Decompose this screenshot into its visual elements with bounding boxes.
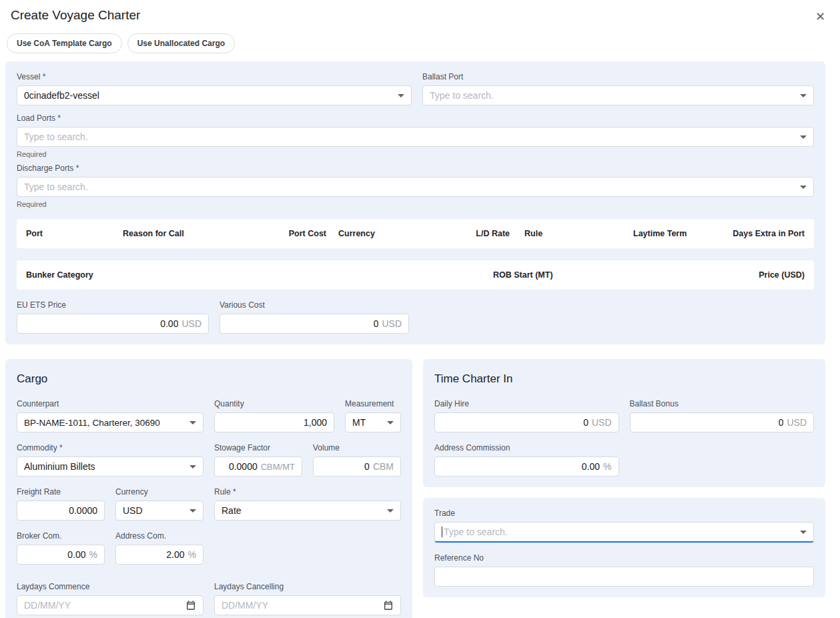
vessel-select[interactable]: 0cinadefb2-vessel xyxy=(17,85,412,105)
broker-com-field: Broker Com. 0.00 % xyxy=(17,531,105,565)
chevron-down-icon xyxy=(398,94,404,97)
time-charter-in-heading: Time Charter In xyxy=(434,372,814,386)
broker-com-value: 0.00 xyxy=(67,549,85,560)
ballast-port-input[interactable]: Type to search. xyxy=(422,85,814,105)
voyage-details-panel: Vessel * 0cinadefb2-vessel Ballast Port … xyxy=(5,61,825,344)
chevron-down-icon xyxy=(387,509,394,513)
stowage-factor-value: 0.0000 xyxy=(229,461,258,472)
address-commission-label: Address Commission xyxy=(434,443,619,452)
chevron-down-icon xyxy=(800,186,807,189)
column-header-laytime-term: Laytime Term xyxy=(603,229,730,238)
trade-label: Trade xyxy=(434,509,814,518)
volume-unit: CBM xyxy=(373,461,394,472)
counterpart-label: Counterpart xyxy=(17,399,203,408)
eu-ets-price-input[interactable]: 0.00 USD xyxy=(17,314,209,334)
laydays-cancelling-input[interactable]: DD/MM/YY xyxy=(214,595,401,615)
various-cost-field: Various Cost 0 USD xyxy=(220,300,409,334)
laydays-cancelling-label: Laydays Cancelling xyxy=(214,582,401,591)
column-header-bunker-category: Bunker Category xyxy=(26,270,493,280)
time-charter-in-panel: Time Charter In Daily Hire 0 USD Ballast… xyxy=(423,359,825,487)
laydays-commence-label: Laydays Commence xyxy=(17,582,203,591)
chevron-down-icon xyxy=(189,509,196,513)
laydays-commence-placeholder: DD/MM/YY xyxy=(24,600,71,611)
ballast-port-label: Ballast Port xyxy=(422,72,814,81)
freight-rate-input[interactable]: 0.0000 xyxy=(17,501,105,521)
column-header-ld-rate: L/D Rate xyxy=(470,229,510,238)
stowage-factor-input[interactable]: 0.0000 CBM/MT xyxy=(214,456,302,477)
column-header-rule: Rule xyxy=(510,229,603,238)
use-unallocated-cargo-button[interactable]: Use Unallocated Cargo xyxy=(127,33,235,53)
reference-no-input[interactable] xyxy=(434,567,814,587)
use-coa-template-cargo-button[interactable]: Use CoA Template Cargo xyxy=(7,33,122,53)
currency-field: Currency USD xyxy=(115,487,203,521)
laydays-commence-input[interactable]: DD/MM/YY xyxy=(17,595,203,615)
address-commission-value: 0.00 xyxy=(582,461,600,472)
volume-value: 0 xyxy=(364,461,370,472)
commodity-select[interactable]: Aluminium Billets xyxy=(17,456,203,477)
daily-hire-unit: USD xyxy=(592,417,612,428)
vessel-value: 0cinadefb2-vessel xyxy=(24,90,99,101)
column-header-days-extra-in-port: Days Extra in Port xyxy=(730,229,805,238)
broker-com-label: Broker Com. xyxy=(17,531,105,541)
load-ports-required-helper: Required xyxy=(17,150,814,158)
bunker-table-header: Bunker Category ROB Start (MT) Price (US… xyxy=(17,260,814,290)
eu-ets-price-label: EU ETS Price xyxy=(17,300,209,310)
measurement-select[interactable]: MT xyxy=(345,412,401,432)
discharge-ports-field: Discharge Ports * Type to search. Requir… xyxy=(17,164,814,208)
counterpart-value: BP-NAME-1011, Charterer, 30690 xyxy=(24,418,160,428)
discharge-ports-input[interactable]: Type to search. xyxy=(17,177,814,197)
text-cursor xyxy=(442,527,442,537)
daily-hire-input[interactable]: 0 USD xyxy=(434,412,619,432)
address-commission-field: Address Commission 0.00 % xyxy=(434,443,619,477)
ports-table-header: Port Reason for Call Port Cost Currency … xyxy=(17,219,814,248)
load-ports-input[interactable]: Type to search. xyxy=(17,127,814,147)
stowage-factor-field: Stowage Factor 0.0000 CBM/MT xyxy=(214,443,302,477)
volume-input[interactable]: 0 CBM xyxy=(313,456,401,477)
discharge-ports-label: Discharge Ports * xyxy=(17,164,814,173)
various-cost-input[interactable]: 0 USD xyxy=(220,314,409,334)
ballast-bonus-value: 0 xyxy=(779,417,784,428)
column-header-reason-for-call: Reason for Call xyxy=(123,229,286,238)
chevron-down-icon xyxy=(800,135,807,139)
ballast-bonus-input[interactable]: 0 USD xyxy=(630,412,815,432)
quantity-input[interactable]: 1,000 xyxy=(214,412,334,432)
daily-hire-field: Daily Hire 0 USD xyxy=(434,399,619,432)
chevron-down-icon xyxy=(387,421,394,424)
counterpart-select[interactable]: BP-NAME-1011, Charterer, 30690 xyxy=(17,412,203,432)
measurement-label: Measurement xyxy=(345,399,401,408)
freight-rate-field: Freight Rate 0.0000 xyxy=(17,487,105,521)
close-icon[interactable]: ✕ xyxy=(813,8,828,25)
load-ports-placeholder: Type to search. xyxy=(24,131,88,142)
commodity-label: Commodity * xyxy=(17,443,203,452)
commodity-value: Aluminium Billets xyxy=(24,461,95,472)
currency-label: Currency xyxy=(115,487,203,497)
eu-ets-price-unit: USD xyxy=(181,318,201,329)
calendar-icon[interactable] xyxy=(185,600,196,611)
top-actions: Use CoA Template Cargo Use Unallocated C… xyxy=(0,29,840,60)
load-ports-label: Load Ports * xyxy=(17,113,814,123)
chevron-down-icon xyxy=(800,531,807,534)
address-com-field: Address Com. 2.00 % xyxy=(115,531,203,565)
column-header-price-usd: Price (USD) xyxy=(759,270,805,280)
address-com-label: Address Com. xyxy=(115,531,203,541)
trade-placeholder: Type to search. xyxy=(444,527,508,537)
volume-field: Volume 0 CBM xyxy=(313,443,401,477)
various-cost-label: Various Cost xyxy=(220,300,409,310)
ballast-port-placeholder: Type to search. xyxy=(430,90,494,101)
discharge-ports-placeholder: Type to search. xyxy=(24,182,88,192)
address-com-input[interactable]: 2.00 % xyxy=(115,545,203,565)
currency-value: USD xyxy=(123,505,143,516)
broker-com-input[interactable]: 0.00 % xyxy=(17,545,105,565)
freight-rate-label: Freight Rate xyxy=(17,487,105,497)
address-commission-input[interactable]: 0.00 % xyxy=(434,456,619,477)
laydays-cancelling-placeholder: DD/MM/YY xyxy=(222,600,268,611)
rule-select[interactable]: Rate xyxy=(214,501,401,521)
calendar-icon[interactable] xyxy=(383,600,394,611)
chevron-down-icon xyxy=(189,465,196,469)
column-header-port: Port xyxy=(26,229,123,238)
rule-field: Rule * Rate xyxy=(214,487,401,521)
daily-hire-label: Daily Hire xyxy=(434,399,619,408)
currency-select[interactable]: USD xyxy=(115,501,203,521)
discharge-ports-required-helper: Required xyxy=(17,200,814,208)
trade-input[interactable]: Type to search. xyxy=(434,522,814,543)
